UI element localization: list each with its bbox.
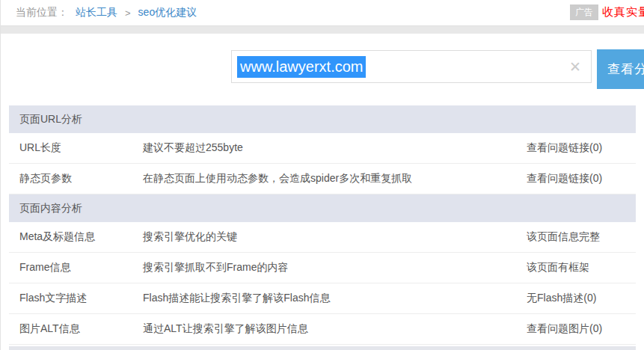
table-row: 静态页参数 在静态页面上使用动态参数，会造成spider多次和重复抓取 查看问题… bbox=[9, 164, 636, 194]
row-result-status: 该页面有框架 bbox=[527, 261, 636, 274]
breadcrumb-link-seo-advice[interactable]: seo优化建议 bbox=[138, 6, 197, 19]
breadcrumb: 当前位置： 站长工具 > seo优化建议 bbox=[16, 6, 201, 19]
section-header-content-analysis: 页面内容分析 bbox=[9, 194, 636, 222]
ad-link[interactable]: 收真实量 bbox=[602, 5, 644, 19]
analysis-table: 页面URL分析 URL长度 建议不要超过255byte 查看问题链接(0) 静态… bbox=[9, 105, 636, 345]
row-label: Frame信息 bbox=[9, 261, 143, 274]
row-result-link[interactable]: 查看问题链接(0) bbox=[527, 172, 636, 185]
breadcrumb-separator: > bbox=[125, 7, 131, 19]
page-divider bbox=[1, 25, 644, 34]
url-input-value: www.lawyerxt.com bbox=[237, 56, 366, 78]
row-description: Flash描述能让搜索引擎了解该Flash信息 bbox=[143, 292, 527, 305]
table-row: 图片ALT信息 通过ALT让搜索引擎了解该图片信息 查看问题图片(0) bbox=[9, 314, 636, 345]
row-description: 建议不要超过255byte bbox=[143, 141, 527, 155]
section-header-url-analysis: 页面URL分析 bbox=[9, 105, 636, 133]
next-section-strip bbox=[9, 346, 636, 350]
row-label: 静态页参数 bbox=[9, 172, 143, 185]
search-section: www.lawyerxt.com ✕ 查看分析 bbox=[1, 34, 644, 105]
row-result-link[interactable]: 查看问题链接(0) bbox=[527, 141, 636, 155]
result-text: ) bbox=[593, 292, 597, 304]
row-label: 图片ALT信息 bbox=[9, 322, 143, 336]
table-row: Frame信息 搜索引擎抓取不到Frame的内容 该页面有框架 bbox=[9, 253, 636, 283]
table-row: Meta及标题信息 搜索引擎优化的关键 该页面信息完整 bbox=[9, 222, 636, 253]
row-label: URL长度 bbox=[9, 141, 143, 155]
row-result-status: 该页面信息完整 bbox=[527, 230, 636, 244]
breadcrumb-link-webmaster-tools[interactable]: 站长工具 bbox=[76, 6, 117, 19]
row-result-status: 无Flash描述(0) bbox=[527, 292, 636, 305]
topbar: 当前位置： 站长工具 > seo优化建议 广告 收真实量 bbox=[1, 0, 644, 25]
row-description: 通过ALT让搜索引擎了解该图片信息 bbox=[143, 322, 527, 336]
result-text: 无Flash描述( bbox=[527, 292, 587, 304]
clear-icon[interactable]: ✕ bbox=[569, 60, 581, 74]
ad-area: 广告 收真实量 bbox=[570, 4, 644, 20]
ad-badge: 广告 bbox=[570, 4, 598, 20]
page: 当前位置： 站长工具 > seo优化建议 广告 收真实量 www.lawyerx… bbox=[0, 0, 644, 350]
table-row: Flash文字描述 Flash描述能让搜索引擎了解该Flash信息 无Flash… bbox=[9, 283, 636, 314]
row-description: 搜索引擎优化的关键 bbox=[143, 230, 527, 244]
row-description: 在静态页面上使用动态参数，会造成spider多次和重复抓取 bbox=[143, 172, 527, 185]
row-description: 搜索引擎抓取不到Frame的内容 bbox=[143, 261, 527, 274]
row-label: Meta及标题信息 bbox=[9, 230, 143, 244]
row-label: Flash文字描述 bbox=[9, 292, 143, 305]
breadcrumb-label: 当前位置： bbox=[16, 6, 68, 19]
table-row: URL长度 建议不要超过255byte 查看问题链接(0) bbox=[9, 133, 636, 164]
url-input[interactable]: www.lawyerxt.com ✕ bbox=[231, 50, 592, 83]
analyze-button[interactable]: 查看分析 bbox=[597, 49, 644, 89]
result-count-red: 0 bbox=[587, 292, 593, 304]
row-result-link[interactable]: 查看问题图片(0) bbox=[527, 322, 636, 336]
